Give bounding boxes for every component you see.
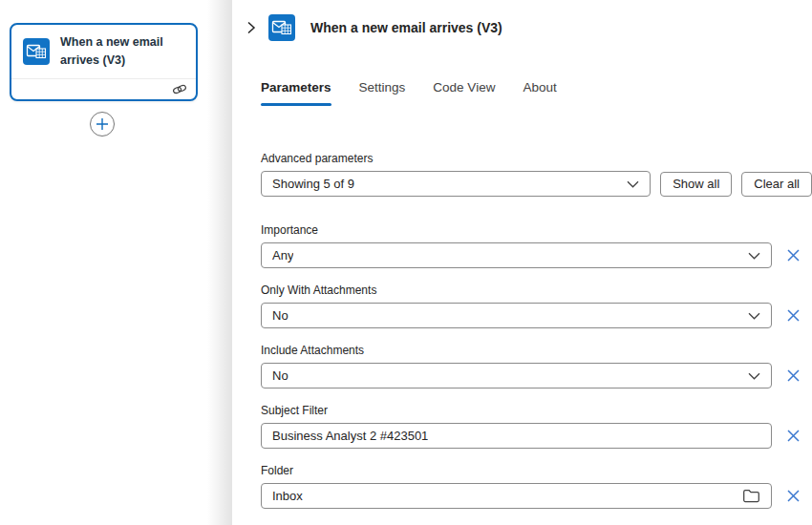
clear-all-button[interactable]: Clear all — [741, 172, 812, 197]
x-icon — [786, 429, 801, 443]
subject-filter-value: Business Analyst 2 #423501 — [272, 429, 428, 443]
outlook-icon — [268, 14, 295, 41]
advanced-parameters-section: Advanced parameters Showing 5 of 9 Show … — [261, 152, 812, 197]
only-with-attachments-label: Only With Attachments — [261, 284, 812, 297]
folder-input[interactable]: Inbox — [261, 483, 772, 509]
chevron-down-icon — [748, 252, 760, 260]
advanced-parameters-dropdown[interactable]: Showing 5 of 9 — [261, 171, 651, 197]
panel-tabs: Parameters Settings Code View About — [261, 80, 812, 106]
field-include-attachments: Include Attachments No — [261, 344, 812, 388]
clear-importance-button[interactable] — [784, 247, 801, 264]
panel-title: When a new email arrives (V3) — [310, 20, 502, 35]
show-all-button[interactable]: Show all — [660, 172, 732, 197]
field-folder: Folder Inbox — [261, 464, 812, 509]
tab-about[interactable]: About — [523, 80, 556, 106]
importance-label: Importance — [261, 223, 812, 237]
folder-label: Folder — [261, 464, 812, 477]
x-icon — [786, 489, 801, 503]
chevron-down-icon — [748, 372, 760, 380]
include-attachments-value: No — [272, 368, 288, 383]
collapse-panel-button[interactable] — [242, 18, 261, 37]
tab-code-view[interactable]: Code View — [433, 80, 495, 106]
trigger-card-title: When a new email arrives (V3) — [60, 33, 181, 71]
field-importance: Importance Any — [261, 223, 812, 268]
clear-include-attachments-button[interactable] — [784, 368, 801, 385]
x-icon — [786, 248, 801, 262]
chevron-right-icon — [246, 21, 257, 34]
add-step-button[interactable] — [90, 112, 115, 136]
clear-subject-filter-button[interactable] — [784, 428, 801, 445]
only-with-attachments-value: No — [272, 308, 288, 323]
include-attachments-label: Include Attachments — [261, 344, 812, 357]
advanced-parameters-value: Showing 5 of 9 — [272, 177, 354, 191]
x-icon — [786, 368, 801, 383]
chevron-down-icon — [627, 180, 639, 188]
clear-only-with-attachments-button[interactable] — [784, 307, 801, 325]
folder-icon[interactable] — [742, 489, 760, 503]
advanced-parameters-label: Advanced parameters — [261, 152, 812, 165]
field-only-with-attachments: Only With Attachments No — [261, 284, 812, 328]
chevron-down-icon — [748, 312, 760, 320]
outlook-icon — [23, 38, 50, 65]
panel-header: When a new email arrives (V3) — [232, 0, 812, 41]
trigger-settings-panel: When a new email arrives (V3) Parameters… — [232, 0, 812, 525]
connection-link-icon — [172, 83, 187, 95]
field-subject-filter: Subject Filter Business Analyst 2 #42350… — [261, 404, 812, 449]
clear-folder-button[interactable] — [784, 488, 801, 505]
trigger-card-footer — [11, 79, 196, 99]
importance-value: Any — [272, 248, 293, 262]
include-attachments-dropdown[interactable]: No — [261, 363, 772, 388]
trigger-card-header: When a new email arrives (V3) — [11, 25, 196, 79]
subject-filter-label: Subject Filter — [261, 404, 812, 417]
parameters-content: Advanced parameters Showing 5 of 9 Show … — [261, 152, 812, 509]
flow-canvas: When a new email arrives (V3) — [0, 0, 232, 525]
only-with-attachments-dropdown[interactable]: No — [261, 303, 772, 328]
plus-icon — [96, 117, 109, 131]
subject-filter-input[interactable]: Business Analyst 2 #423501 — [261, 423, 772, 449]
folder-value: Inbox — [272, 489, 303, 503]
x-icon — [786, 308, 801, 323]
trigger-card[interactable]: When a new email arrives (V3) — [10, 23, 198, 101]
tab-settings[interactable]: Settings — [359, 80, 406, 106]
tab-parameters[interactable]: Parameters — [261, 80, 331, 106]
importance-dropdown[interactable]: Any — [261, 242, 772, 268]
